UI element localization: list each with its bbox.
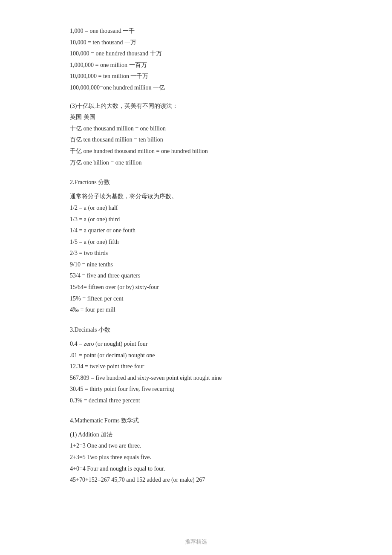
number-line-6: 100,000,000=one hundred million 一亿: [70, 82, 322, 94]
fractions-intro: 通常将分子读为基数，将分母读为序数。: [70, 191, 322, 202]
math-forms-block: 4.Mathematic Forms 数学式 (1) Addition 加法 1…: [70, 415, 322, 486]
large-numbers-intro: (3)十亿以上的大数，英美有不同的读法：: [70, 101, 322, 112]
decimals-title: 3.Decimals 小数: [70, 324, 322, 335]
fraction-line-4: 1/5 = a (or one) fifth: [70, 237, 322, 248]
large-number-line-2: 百亿 ten thousand million = ten billion: [70, 134, 322, 146]
footer-label: 推荐精选: [185, 538, 207, 545]
fractions-title: 2.Fractions 分数: [70, 177, 322, 188]
fraction-line-10: 4‰ = four per mill: [70, 304, 322, 316]
decimal-line-2: .01 = point (or decimal) nought one: [70, 350, 322, 361]
addition-line-4: 45+70+152=267 45,70 and 152 added are (o…: [70, 474, 322, 486]
addition-line-2: 2+3=5 Two plus three equals five.: [70, 452, 322, 463]
main-content: 1,000 = one thousand 一千 10,000 = ten tho…: [70, 26, 322, 486]
number-line-2: 10,000 = ten thousand 一万: [70, 37, 322, 49]
fraction-line-5: 2/3 = two thirds: [70, 248, 322, 259]
decimal-line-4: 567.809 = five hundred and sixty-seven p…: [70, 373, 322, 384]
number-line-3: 100,000 = one hundred thousand 十万: [70, 48, 322, 60]
fraction-line-2: 1/3 = a (or one) third: [70, 214, 322, 225]
fraction-line-3: 1/4 = a quarter or one fouth: [70, 225, 322, 237]
large-number-line-4: 万亿 one billion = one trillion: [70, 157, 322, 169]
math-forms-title: 4.Mathematic Forms 数学式: [70, 415, 322, 426]
decimals-block: 3.Decimals 小数 0.4 = zero (or nought) poi…: [70, 324, 322, 407]
addition-line-1: 1+2=3 One and two are three.: [70, 440, 322, 452]
addition-subtitle: (1) Addition 加法: [70, 429, 322, 441]
large-numbers-header: 英国 美国: [70, 112, 322, 123]
fraction-line-9: 15% = fifteen per cent: [70, 293, 322, 305]
large-number-line-3: 千亿 one hundred thousand million = one hu…: [70, 146, 322, 157]
decimal-line-5: 30.45 = thirty point four five, five rec…: [70, 384, 322, 395]
number-line-4: 1,000,000 = one million 一百万: [70, 60, 322, 71]
decimal-line-1: 0.4 = zero (or nought) point four: [70, 338, 322, 350]
addition-line-3: 4+0=4 Four and nought is equal to four.: [70, 463, 322, 475]
number-line-5: 10,000,000 = ten million 一千万: [70, 71, 322, 82]
fraction-line-6: 9/10 = nine tenths: [70, 259, 322, 271]
decimal-line-3: 12.34 = twelve point three four: [70, 361, 322, 373]
number-line-1: 1,000 = one thousand 一千: [70, 26, 322, 37]
decimal-line-6: 0.3% = decimal three percent: [70, 395, 322, 407]
numbers-block: 1,000 = one thousand 一千 10,000 = ten tho…: [70, 26, 322, 94]
fraction-line-7: 53/4 = five and three quarters: [70, 270, 322, 282]
large-number-line-1: 十亿 one thousand million = one billion: [70, 123, 322, 135]
large-numbers-block: (3)十亿以上的大数，英美有不同的读法： 英国 美国 十亿 one thousa…: [70, 101, 322, 169]
fraction-line-1: 1/2 = a (or one) half: [70, 202, 322, 214]
footer: 推荐精选: [0, 537, 392, 546]
fraction-line-8: 15/64= fifteen over (or by) sixty-four: [70, 282, 322, 293]
fractions-block: 2.Fractions 分数 通常将分子读为基数，将分母读为序数。 1/2 = …: [70, 177, 322, 316]
